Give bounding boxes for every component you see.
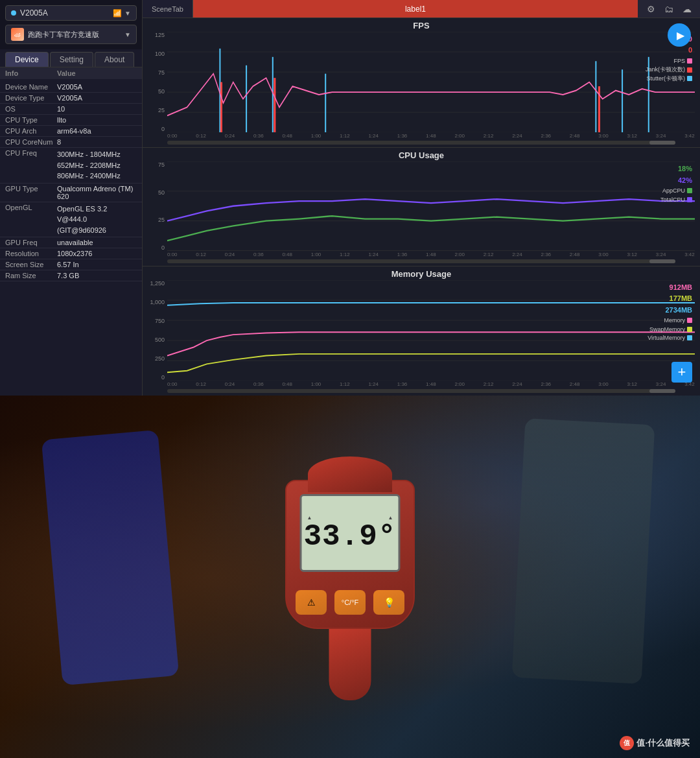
list-item: OS 10: [0, 104, 142, 115]
info-table-header: Info Value: [0, 67, 142, 79]
thermo-btn-temp[interactable]: °C/°F: [334, 590, 366, 615]
value-cpu-arch: arm64-v8a: [57, 127, 137, 135]
label-cpu-type: CPU Type: [5, 116, 57, 124]
label-cpu-corenum: CPU CoreNum: [5, 138, 57, 146]
bg-phone-right: [512, 418, 655, 684]
list-item: GPU Type Qualcomm Adreno (TM) 620: [0, 184, 142, 202]
sidebar: V2005A 📶 ▼ 🏎 跑跑卡丁车官方竞速版 ▼ Device Setting…: [0, 0, 143, 396]
tab-bar: Device Setting About: [0, 49, 142, 67]
memory-canvas: 912MB 177MB 2734MB Memory SwapMemory Vi: [167, 280, 695, 381]
label-device-type: Device Type: [5, 94, 57, 102]
cpu-chart-title: CPU Usage: [148, 150, 695, 160]
list-item: CPU CoreNum 8: [0, 137, 142, 148]
bg-phone-left: [41, 430, 179, 685]
list-item: GPU Freq unavailable: [0, 237, 142, 248]
watermark-text: 值·什么值得买: [636, 737, 690, 749]
cpu-x-axis: 0:000:120:240:360:481:001:121:241:361:48…: [148, 251, 695, 258]
watermark: 值 值·什么值得买: [620, 736, 690, 750]
cpu-chart-section: CPU Usage 75 50 25 0: [143, 148, 700, 266]
list-item: CPU Freq 300MHz - 1804MHz652MHz - 2208MH…: [0, 148, 142, 184]
label-cpu-arch: CPU Arch: [5, 127, 57, 135]
thermo-handle: [329, 629, 371, 700]
app-name-label: 跑跑卡丁车官方竞速版: [28, 30, 124, 40]
value-cpu-corenum: 8: [57, 138, 137, 146]
memory-scroll-thumb[interactable]: [649, 389, 675, 393]
memory-color-dot: [687, 318, 692, 323]
label-gpu-type: GPU Type: [5, 185, 57, 200]
memory-scrollbar[interactable]: [167, 389, 675, 393]
tab-setting[interactable]: Setting: [50, 52, 93, 67]
tab-device[interactable]: Device: [5, 52, 49, 67]
thermo-nozzle: [308, 456, 392, 492]
stutter-color-dot: [687, 76, 692, 81]
value-ram-size: 7.3 GB: [57, 272, 137, 279]
value-cpu-type: llto: [57, 116, 137, 124]
app-selector[interactable]: 🏎 跑跑卡丁车官方竞速版 ▼: [5, 25, 137, 44]
list-item: Resolution 1080x2376: [0, 248, 142, 259]
thermo-screen: ▲ ▲ 33.9°: [300, 494, 401, 572]
title-icons: ⚙ 🗂 ☁: [638, 3, 700, 16]
sidebar-header: V2005A 📶 ▼ 🏎 跑跑卡丁车官方竞速版 ▼: [0, 0, 142, 49]
memory-legend: 912MB 177MB 2734MB Memory SwapMemory Vi: [648, 283, 692, 343]
fps-chart-section: FPS 125 100 75 50 25 0: [143, 18, 700, 148]
virtual-color-dot: [687, 335, 692, 340]
list-item: OpenGL OpenGL ES 3.2V@444.0(GIT@9d60926: [0, 202, 142, 238]
label-device-name: Device Name: [5, 83, 57, 91]
info-col1: Info: [5, 69, 57, 77]
title-bar: SceneTab label1 ⚙ 🗂 ☁: [143, 0, 700, 18]
settings-icon[interactable]: ⚙: [644, 3, 657, 16]
app-icon: 🏎: [11, 28, 24, 41]
totalcpu-color-dot: [687, 197, 692, 202]
play-button[interactable]: [668, 23, 691, 47]
fps-canvas: 60 0 FPS Jank(卡顿次数) Stutter(卡顿率): [167, 32, 695, 132]
label-gpu-freq: GPU Freq: [5, 239, 57, 246]
thermo-btn-light[interactable]: 💡: [373, 590, 404, 615]
value-gpu-type: Qualcomm Adreno (TM) 620: [57, 185, 137, 200]
cpu-scrollbar[interactable]: [167, 259, 675, 263]
label-resolution: Resolution: [5, 250, 57, 257]
list-item: CPU Arch arm64-v8a: [0, 126, 142, 137]
jank-color-dot: [687, 67, 692, 73]
fps-scroll-thumb[interactable]: [649, 141, 675, 145]
value-resolution: 1080x2376: [57, 250, 137, 257]
app-chevron-icon: ▼: [124, 31, 131, 38]
cpu-canvas: 18% 42% AppCPU TotalCPU: [167, 161, 695, 251]
ui-area: V2005A 📶 ▼ 🏎 跑跑卡丁车官方竞速版 ▼ Device Setting…: [0, 0, 700, 396]
memory-y-axis: 1,250 1,000 750 500 250 0: [148, 280, 167, 381]
list-item: Screen Size 6.57 In: [0, 259, 142, 270]
fps-scrollbar[interactable]: [167, 141, 675, 145]
wifi-icon: 📶: [113, 9, 122, 18]
add-chart-button[interactable]: +: [671, 362, 692, 383]
fps-color-dot: [687, 58, 692, 64]
temperature-display: 33.9°: [303, 522, 396, 552]
cpu-scroll-thumb[interactable]: [649, 259, 675, 263]
device-name-label: V2005A: [20, 8, 113, 18]
watermark-icon: 值: [620, 736, 634, 750]
value-cpu-freq: 300MHz - 1804MHz652MHz - 2208MHz806MHz -…: [57, 149, 137, 182]
connection-dot: [11, 10, 16, 16]
fps-x-axis: 0:000:120:240:360:481:001:121:241:361:48…: [148, 132, 695, 139]
value-opengl: OpenGL ES 3.2V@444.0(GIT@9d60926: [57, 204, 137, 236]
value-screen-size: 6.57 In: [57, 261, 137, 268]
device-info-list: Device Name V2005A Device Type V2005A OS…: [0, 79, 142, 396]
swap-color-dot: [687, 327, 692, 332]
list-item: CPU Type llto: [0, 115, 142, 126]
charts-area: SceneTab label1 ⚙ 🗂 ☁ FPS 125 100 75 50 …: [143, 0, 700, 396]
fps-y-axis: 125 100 75 50 25 0: [148, 32, 167, 132]
cloud-icon[interactable]: ☁: [681, 3, 694, 16]
thermo-body: ▲ ▲ 33.9° ⚠ °C/°F 💡: [285, 480, 415, 629]
chevron-down-icon: ▼: [124, 10, 131, 17]
cpu-legend: 18% 42% AppCPU TotalCPU: [660, 164, 692, 204]
list-item: Ram Size 7.3 GB: [0, 270, 142, 281]
label-screen-size: Screen Size: [5, 261, 57, 268]
list-item: Device Type V2005A: [0, 93, 142, 104]
device-selector[interactable]: V2005A 📶 ▼: [5, 5, 137, 21]
label1-tab[interactable]: label1: [193, 0, 638, 18]
value-device-name: V2005A: [57, 83, 137, 91]
tab-about[interactable]: About: [95, 52, 134, 67]
scene-tab[interactable]: SceneTab: [143, 0, 193, 18]
label-cpu-freq: CPU Freq: [5, 149, 57, 182]
cpu-y-axis: 75 50 25 0: [148, 161, 167, 251]
thermo-btn-warn[interactable]: ⚠: [296, 590, 327, 615]
folder-icon[interactable]: 🗂: [662, 3, 675, 16]
